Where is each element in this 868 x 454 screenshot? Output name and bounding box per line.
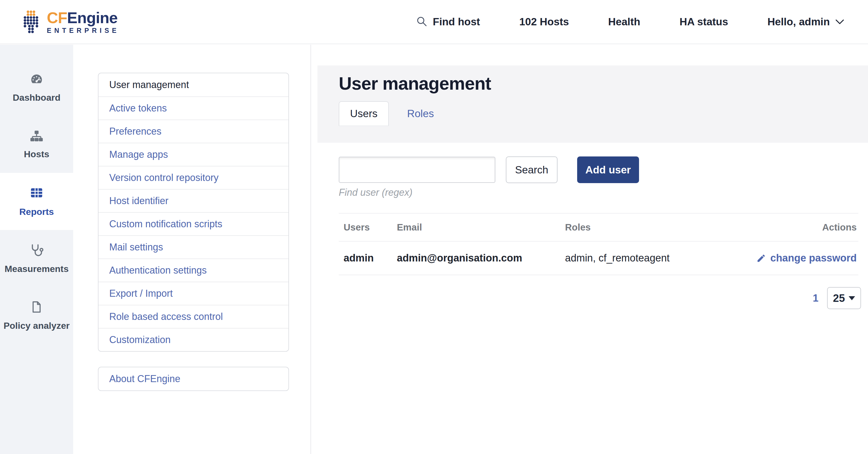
nav-hosts-count-label: 102 Hosts bbox=[519, 16, 569, 28]
add-user-button[interactable]: Add user bbox=[577, 157, 639, 183]
settings-menu: User management Active tokens Preference… bbox=[98, 73, 289, 352]
sidebar-item-measurements[interactable]: Measurements bbox=[0, 230, 73, 287]
users-table: Users Email Roles Actions admin admin@or… bbox=[339, 213, 858, 275]
settings-item-about-cfengine[interactable]: About CFEngine bbox=[98, 367, 288, 391]
search-button[interactable]: Search bbox=[506, 157, 558, 183]
sidebar-item-dashboard[interactable]: Dashboard bbox=[0, 59, 73, 116]
sidebar-item-hosts-label: Hosts bbox=[24, 149, 49, 160]
top-header: CFEngine ENTERPRISE Find host 102 Hosts bbox=[0, 0, 868, 44]
logo-enterprise: ENTERPRISE bbox=[47, 27, 120, 34]
page-number[interactable]: 1 bbox=[813, 292, 818, 304]
page-size-value: 25 bbox=[833, 292, 845, 304]
page-size-dropdown[interactable]: 25 bbox=[827, 287, 861, 309]
app-sidebar: Dashboard Hosts bbox=[0, 45, 73, 454]
settings-item-custom-notification-scripts[interactable]: Custom notification scripts bbox=[98, 212, 288, 235]
nav-health[interactable]: Health bbox=[608, 16, 640, 28]
settings-item-manage-apps[interactable]: Manage apps bbox=[98, 143, 288, 166]
main-content: User management Users Roles Search Add u… bbox=[311, 45, 868, 454]
header-nav: Find host 102 Hosts Health HA status Hel… bbox=[416, 16, 844, 28]
sidebar-item-reports-label: Reports bbox=[19, 206, 54, 217]
settings-item-customization[interactable]: Customization bbox=[98, 328, 288, 351]
user-menu[interactable]: Hello, admin bbox=[767, 16, 844, 28]
tabs: Users Roles bbox=[339, 101, 868, 126]
user-menu-label: Hello, admin bbox=[767, 16, 830, 28]
col-header-email: Email bbox=[397, 222, 565, 233]
find-user-hint: Find user (regex) bbox=[339, 187, 412, 198]
user-search-controls: Search Add user bbox=[339, 157, 639, 183]
settings-item-export-import[interactable]: Export / Import bbox=[98, 282, 288, 305]
nav-ha-status[interactable]: HA status bbox=[680, 16, 728, 28]
search-icon bbox=[416, 16, 428, 27]
nav-hosts-count[interactable]: 102 Hosts bbox=[519, 16, 569, 28]
file-icon bbox=[30, 301, 43, 313]
cell-email: admin@organisation.com bbox=[397, 252, 565, 264]
sidebar-item-hosts[interactable]: Hosts bbox=[0, 116, 73, 173]
gauge-icon bbox=[30, 72, 43, 85]
settings-menu-panel: User management Active tokens Preference… bbox=[98, 73, 289, 391]
cell-username: admin bbox=[344, 252, 397, 264]
settings-item-authentication-settings[interactable]: Authentication settings bbox=[98, 258, 288, 282]
settings-item-user-management[interactable]: User management bbox=[98, 73, 288, 96]
logo-engine: Engine bbox=[67, 9, 117, 26]
nav-find-host-label: Find host bbox=[433, 16, 480, 28]
caret-down-icon bbox=[849, 296, 855, 300]
change-password-link[interactable]: change password bbox=[743, 252, 858, 264]
col-header-roles: Roles bbox=[565, 222, 743, 233]
nav-ha-status-label: HA status bbox=[680, 16, 728, 28]
settings-item-active-tokens[interactable]: Active tokens bbox=[98, 96, 288, 119]
settings-item-version-control-repository[interactable]: Version control repository bbox=[98, 166, 288, 189]
page-title: User management bbox=[339, 73, 868, 94]
about-box: About CFEngine bbox=[98, 367, 289, 391]
change-password-label: change password bbox=[770, 252, 857, 264]
table-row: admin admin@organisation.com admin, cf_r… bbox=[339, 242, 858, 275]
tab-users[interactable]: Users bbox=[339, 101, 389, 126]
sidebar-item-reports[interactable]: Reports bbox=[0, 173, 73, 230]
settings-item-role-based-access-control[interactable]: Role based access control bbox=[98, 305, 288, 328]
sitemap-icon bbox=[30, 130, 43, 142]
stethoscope-icon bbox=[30, 243, 43, 257]
nav-health-label: Health bbox=[608, 16, 640, 28]
cell-roles: admin, cf_remoteagent bbox=[565, 252, 743, 264]
chevron-down-icon bbox=[835, 19, 844, 25]
settings-item-preferences[interactable]: Preferences bbox=[98, 119, 288, 143]
page-header-band: User management Users Roles bbox=[317, 65, 868, 143]
nav-find-host[interactable]: Find host bbox=[416, 16, 480, 28]
sidebar-item-dashboard-label: Dashboard bbox=[13, 92, 61, 103]
col-header-actions: Actions bbox=[743, 222, 858, 233]
logo-cf: CF bbox=[47, 9, 67, 26]
sidebar-item-measurements-label: Measurements bbox=[5, 264, 69, 274]
settings-item-host-identifier[interactable]: Host identifier bbox=[98, 189, 288, 212]
find-user-input[interactable] bbox=[339, 157, 495, 183]
users-table-header: Users Email Roles Actions bbox=[339, 213, 858, 242]
table-icon bbox=[30, 186, 43, 200]
sidebar-item-policy-analyzer-label: Policy analyzer bbox=[3, 320, 70, 331]
sidebar-item-policy-analyzer[interactable]: Policy analyzer bbox=[0, 287, 73, 344]
settings-item-mail-settings[interactable]: Mail settings bbox=[98, 235, 288, 258]
pagination: 1 25 bbox=[813, 287, 861, 309]
cfengine-logo-mark-icon bbox=[24, 10, 39, 34]
tab-roles[interactable]: Roles bbox=[407, 101, 434, 126]
col-header-users: Users bbox=[344, 222, 397, 233]
cfengine-logo-text: CFEngine ENTERPRISE bbox=[47, 10, 120, 34]
pencil-icon bbox=[756, 253, 766, 263]
cfengine-app: CFEngine ENTERPRISE Find host 102 Hosts bbox=[0, 0, 868, 454]
cfengine-logo[interactable]: CFEngine ENTERPRISE bbox=[24, 10, 120, 34]
